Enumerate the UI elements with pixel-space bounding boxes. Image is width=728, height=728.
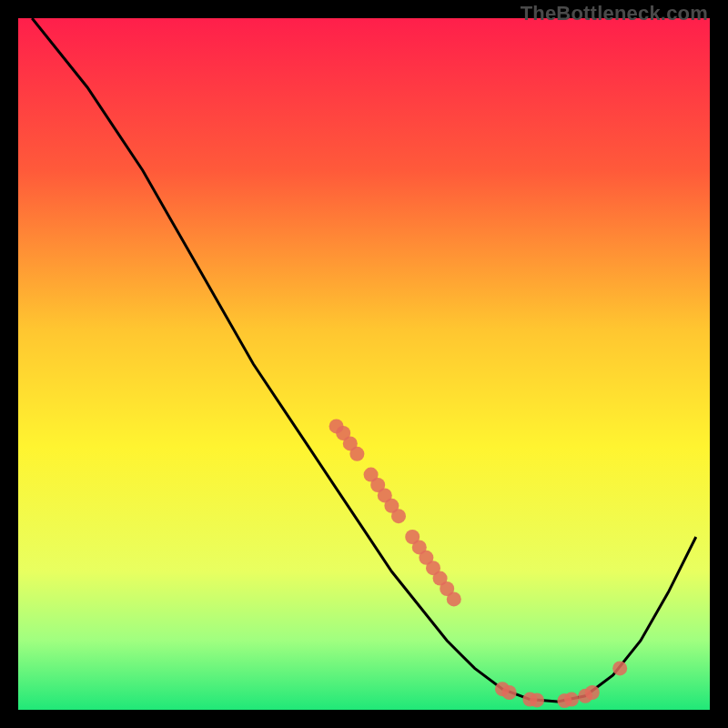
data-point: [502, 685, 517, 700]
chart-frame: [18, 18, 710, 710]
data-point: [564, 693, 579, 707]
data-point: [349, 447, 364, 461]
data-point: [530, 693, 544, 707]
data-point: [585, 685, 600, 700]
heatmap-background: [18, 18, 710, 710]
watermark-text: TheBottleneck.com: [521, 2, 708, 25]
data-point: [447, 592, 461, 606]
bottleneck-curve-chart: [18, 18, 710, 710]
data-point: [391, 509, 406, 523]
data-point: [612, 661, 627, 675]
